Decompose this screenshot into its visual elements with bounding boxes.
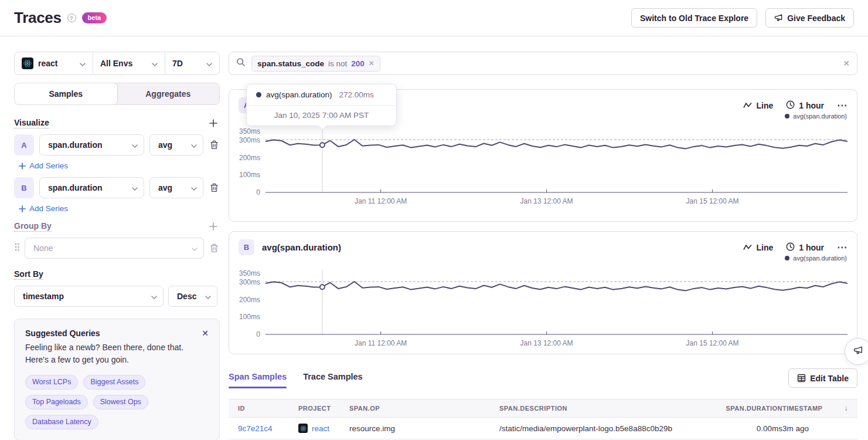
series-a-aggregate-select[interactable]: avg <box>149 134 203 155</box>
svg-text:100ms: 100ms <box>239 171 260 179</box>
group-by-select[interactable]: None <box>25 238 204 259</box>
series-b-field-select[interactable]: span.duration <box>39 177 144 198</box>
span-id-link[interactable]: 9c7e21c4 <box>238 424 273 433</box>
chart-interval-button[interactable]: 1 hour <box>786 100 824 111</box>
edit-table-button[interactable]: Edit Table <box>788 368 857 388</box>
drag-handle-icon[interactable] <box>14 242 20 254</box>
tooltip-value: 272.00ms <box>339 90 374 99</box>
series-a-badge: A <box>14 134 34 155</box>
tab-samples[interactable]: Samples <box>14 83 118 105</box>
chart-more-menu-button[interactable]: ⋯ <box>837 99 847 111</box>
project-select[interactable]: react <box>15 52 93 75</box>
chart-type-button[interactable]: Line <box>743 101 773 110</box>
add-series-button[interactable]: Add Series <box>19 161 68 170</box>
suggested-query-chip[interactable]: Worst LCPs <box>25 375 78 390</box>
delete-group-by-button[interactable] <box>209 242 220 254</box>
timestamp-header-label: TIMESTAMP <box>782 405 822 412</box>
delete-series-a-button[interactable] <box>209 139 220 151</box>
legend-label: avg(span.duration) <box>793 255 847 262</box>
svg-text:0: 0 <box>256 330 260 339</box>
suggested-query-chip[interactable]: Slowest Ops <box>93 395 148 409</box>
chart-interval-label: 1 hour <box>799 243 824 252</box>
chart-interval-label: 1 hour <box>799 101 824 110</box>
floating-feedback-button[interactable] <box>845 338 868 365</box>
chart-tooltip: avg(span.duration) 272.00ms Jan 10, 2025… <box>246 84 397 126</box>
suggested-query-chip[interactable]: Database Latency <box>25 415 98 429</box>
filter-key[interactable]: span.status_code <box>257 59 324 68</box>
clear-search-icon[interactable]: ✕ <box>843 59 850 68</box>
search-bar[interactable]: span.status_code is not 200 ✕ ✕ <box>229 52 857 75</box>
svg-text:200ms: 200ms <box>239 296 260 304</box>
chart-a-legend[interactable]: avg(span.duration) <box>785 113 847 120</box>
add-group-by-button[interactable] <box>208 221 219 232</box>
react-project-icon <box>298 424 308 433</box>
megaphone-icon <box>853 346 863 357</box>
svg-text:Jan 13 12:00 AM: Jan 13 12:00 AM <box>520 339 573 347</box>
group-by-row: None <box>14 238 220 259</box>
switch-old-explore-button[interactable]: Switch to Old Trace Explore <box>631 8 757 28</box>
svg-text:Jan 15 12:00 AM: Jan 15 12:00 AM <box>686 197 739 205</box>
tab-samples-label: Samples <box>49 89 83 99</box>
give-feedback-button[interactable]: Give Feedback <box>765 8 854 28</box>
filter-operator[interactable]: is not <box>328 59 347 68</box>
group-by-placeholder: None <box>33 243 53 253</box>
legend-dot-icon <box>785 256 789 260</box>
tab-aggregates[interactable]: Aggregates <box>117 83 220 104</box>
suggested-queries-title: Suggested Queries <box>25 329 100 338</box>
tab-span-samples-label: Span Samples <box>229 372 287 381</box>
tab-aggregates-label: Aggregates <box>145 89 190 99</box>
tab-trace-samples[interactable]: Trace Samples <box>303 372 363 388</box>
column-header-timestamp[interactable]: TIMESTAMP ↓ <box>782 404 848 412</box>
environment-select[interactable]: All Envs <box>93 52 165 75</box>
delete-series-b-button[interactable] <box>209 182 220 194</box>
series-b-aggregate-select[interactable]: avg <box>149 177 203 198</box>
svg-text:0: 0 <box>256 188 260 197</box>
filter-value[interactable]: 200 <box>351 59 365 68</box>
add-visualize-button[interactable] <box>208 118 219 128</box>
suggested-query-chip[interactable]: Top Pageloads <box>25 395 88 409</box>
chart-type-button[interactable]: Line <box>743 243 773 252</box>
search-input[interactable] <box>386 59 837 68</box>
column-header-span-op[interactable]: SPAN.OP <box>349 405 499 412</box>
clock-icon <box>786 100 795 111</box>
search-icon <box>236 57 246 69</box>
date-range-select-value: 7D <box>172 59 183 68</box>
chart-interval-button[interactable]: 1 hour <box>786 242 824 253</box>
suggested-queries-text: Feeling like a newb? Been there, done th… <box>25 341 209 367</box>
chart-type-label: Line <box>756 243 773 252</box>
add-series-label: Add Series <box>29 161 68 170</box>
series-a-field-select[interactable]: span.duration <box>39 134 144 155</box>
sort-field-select[interactable]: timestamp <box>14 286 164 307</box>
react-project-icon <box>22 57 33 69</box>
chevron-down-icon <box>132 140 138 150</box>
line-chart-b[interactable]: 350ms300ms200ms100ms0Jan 11 12:00 AMJan … <box>229 266 857 354</box>
chart-b-badge: B <box>239 239 254 255</box>
add-series-button[interactable]: Add Series <box>19 204 68 213</box>
project-link[interactable]: react <box>312 424 329 433</box>
remove-filter-icon[interactable]: ✕ <box>369 59 375 67</box>
sort-field-value: timestamp <box>23 292 64 301</box>
chart-more-menu-button[interactable]: ⋯ <box>837 241 847 253</box>
line-chart-a[interactable]: 350ms300ms200ms100ms0Jan 11 12:00 AMJan … <box>229 124 857 212</box>
legend-dot-icon <box>785 114 789 119</box>
page-filter-group: react All Envs 7D <box>14 52 220 75</box>
column-header-project[interactable]: PROJECT <box>298 405 349 412</box>
span-samples-table: ID PROJECT SPAN.OP SPAN.DESCRIPTION SPAN… <box>229 399 857 439</box>
series-a-field-value: span.duration <box>48 140 103 150</box>
date-range-select[interactable]: 7D <box>165 52 219 75</box>
column-header-span-duration[interactable]: SPAN.DURATION <box>704 405 782 412</box>
search-filter-chip[interactable]: span.status_code is not 200 ✕ <box>251 56 380 72</box>
main-area: avg(span.duration) 272.00ms Jan 10, 2025… <box>229 83 857 439</box>
tab-span-samples[interactable]: Span Samples <box>229 372 287 388</box>
chart-b-title: avg(span.duration) <box>262 242 341 252</box>
series-row-a: A span.duration avg <box>14 134 220 155</box>
help-icon[interactable]: ? <box>67 13 76 22</box>
close-icon[interactable]: ✕ <box>202 329 209 338</box>
table-row[interactable]: 9c7e21c4 react resource.img /static/medi… <box>229 418 857 439</box>
chart-b-legend[interactable]: avg(span.duration) <box>785 255 847 262</box>
sort-direction-select[interactable]: Desc <box>168 286 217 307</box>
suggested-query-chip[interactable]: Biggest Assets <box>83 375 145 390</box>
visualize-label: Visualize <box>14 118 49 128</box>
column-header-span-description[interactable]: SPAN.DESCRIPTION <box>499 405 704 412</box>
column-header-id[interactable]: ID <box>238 405 298 412</box>
